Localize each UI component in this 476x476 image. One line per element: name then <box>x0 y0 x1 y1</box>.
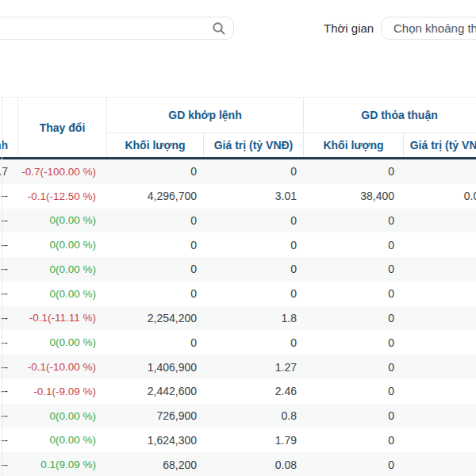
cell-putthrough-value: 0 <box>403 385 476 397</box>
table-row[interactable]: 0.7 -0.7(-100.00 %) 0 0 0 0 <box>0 159 476 184</box>
cell-matched-volume: 2,254,200 <box>106 312 203 324</box>
cell-putthrough-value: 0 <box>403 239 476 251</box>
cell-matched-value: 0.8 <box>203 409 303 422</box>
cell-putthrough-value: 0 <box>403 336 476 349</box>
table-row[interactable]: -- -0.1(-12.50 %) 4,296,700 3.01 38,400 … <box>0 184 476 209</box>
table-row[interactable]: -- -0.1(-9.09 %) 2,442,600 2.46 0 0 <box>0 379 476 404</box>
cell-matched-price: 0.7 <box>0 165 17 178</box>
cell-matched-volume: 2,442,600 <box>106 385 203 397</box>
cell-putthrough-value: 0 <box>403 312 476 324</box>
cell-putthrough-volume: 0 <box>303 214 403 227</box>
cell-change: -0.1(-12.50 %) <box>17 190 106 202</box>
cell-matched-volume: 0 <box>106 336 203 349</box>
time-filter-label: Thời gian <box>324 21 374 35</box>
search-box[interactable] <box>0 17 234 40</box>
header-putthrough-value[interactable]: Giá trị (tỷ VNĐ) <box>403 133 476 157</box>
cell-matched-value: 3.01 <box>203 190 303 202</box>
table-row[interactable]: -- 0(0.00 %) 726,900 0.8 0 0 <box>0 404 476 428</box>
cell-matched-price: -- <box>0 263 17 275</box>
cell-matched-price: -- <box>0 214 17 227</box>
cell-matched-volume: 68,200 <box>106 459 203 471</box>
cell-change: 0(0.00 %) <box>17 336 106 348</box>
cell-matched-value: 0 <box>203 336 303 349</box>
header-putthrough-volume[interactable]: Khối lượng <box>303 133 403 157</box>
cell-putthrough-value: 0 <box>403 459 476 471</box>
cell-matched-price: -- <box>0 190 17 202</box>
table-row[interactable]: -- 0(0.00 %) 0 0 0 0 <box>0 257 476 282</box>
stock-statistics-page: Thời gian Giá khớp lệnh Thay đổi GD khớp… <box>0 0 476 476</box>
cell-matched-value: 1.79 <box>203 434 303 447</box>
cell-putthrough-value: 0 <box>403 409 476 422</box>
cell-matched-price: -- <box>0 434 17 447</box>
table-row[interactable]: -- -0.1(-10.00 %) 1,406,900 1.27 0 0 <box>0 355 476 379</box>
cell-matched-price: -- <box>0 287 17 300</box>
cell-matched-value: 0 <box>203 263 303 275</box>
cell-matched-value: 0 <box>203 239 303 251</box>
cell-putthrough-volume: 0 <box>303 361 403 374</box>
cell-putthrough-value: 0.03 <box>403 190 476 202</box>
cell-change: 0.1(9.09 %) <box>17 459 106 470</box>
cell-putthrough-value: 0 <box>403 287 476 300</box>
cell-putthrough-volume: 0 <box>303 336 403 349</box>
cell-putthrough-value: 0 <box>403 214 476 227</box>
cell-change: 0(0.00 %) <box>17 214 106 226</box>
cell-change: -0.1(-11.11 %) <box>17 312 106 324</box>
header-matched-value[interactable]: Giá trị (tỷ VNĐ) <box>203 133 303 157</box>
cell-matched-price: -- <box>0 385 17 397</box>
search-input[interactable] <box>0 22 205 35</box>
cell-change: 0(0.00 %) <box>17 263 106 275</box>
cell-matched-price: -- <box>0 336 17 349</box>
header-matched-volume[interactable]: Khối lượng <box>106 133 203 157</box>
cell-matched-price: -- <box>0 239 17 251</box>
cell-matched-volume: 4,296,700 <box>106 190 203 202</box>
table-row[interactable]: -- 0(0.00 %) 0 0 0 0 <box>0 209 476 233</box>
cell-matched-price: -- <box>0 312 17 324</box>
frozen-column-divider <box>2 97 2 476</box>
cell-matched-volume: 0 <box>106 214 203 227</box>
cell-putthrough-value: 0 <box>403 434 476 447</box>
cell-matched-value: 0 <box>203 214 303 227</box>
search-icon[interactable] <box>205 17 233 39</box>
cell-putthrough-volume: 0 <box>303 459 403 471</box>
cell-matched-volume: 726,900 <box>106 409 203 422</box>
stock-table: Giá khớp lệnh Thay đổi GD khớp lệnh GD t… <box>0 97 476 476</box>
cell-change: 0(0.00 %) <box>17 434 106 446</box>
cell-change: 0(0.00 %) <box>17 410 106 422</box>
header-matched-price[interactable]: Giá khớp lệnh <box>0 98 17 157</box>
table-header: Giá khớp lệnh Thay đổi GD khớp lệnh GD t… <box>0 97 476 159</box>
cell-putthrough-value: 0 <box>403 165 476 178</box>
date-range-input[interactable] <box>382 21 476 35</box>
table-row[interactable]: -- 0(0.00 %) 0 0 0 0 <box>0 282 476 306</box>
cell-putthrough-volume: 0 <box>303 239 403 251</box>
cell-putthrough-value: 0 <box>403 361 476 374</box>
cell-putthrough-volume: 0 <box>303 434 403 447</box>
cell-putthrough-volume: 38,400 <box>303 190 403 202</box>
cell-matched-volume: 1,406,900 <box>106 361 203 374</box>
cell-matched-price: -- <box>0 409 17 422</box>
cell-matched-price: -- <box>0 361 17 374</box>
date-range-picker[interactable] <box>381 17 476 40</box>
table-row[interactable]: -- 0(0.00 %) 0 0 0 0 <box>0 330 476 355</box>
cell-putthrough-volume: 0 <box>303 263 403 275</box>
cell-putthrough-value: 0 <box>403 263 476 275</box>
cell-matched-value: 1.8 <box>203 312 303 324</box>
table-row[interactable]: -- -0.1(-11.11 %) 2,254,200 1.8 0 0 <box>0 306 476 331</box>
cell-putthrough-volume: 0 <box>303 409 403 422</box>
cell-change: -0.7(-100.00 %) <box>17 166 106 178</box>
table-row[interactable]: -- 0.1(9.09 %) 68,200 0.08 0 0 <box>0 452 476 476</box>
table-row[interactable]: -- 0(0.00 %) 0 0 0 0 <box>0 232 476 257</box>
header-group-put-through: GD thỏa thuận <box>303 98 476 133</box>
cell-putthrough-volume: 0 <box>303 287 403 300</box>
cell-matched-price: -- <box>0 459 17 471</box>
header-change[interactable]: Thay đổi <box>17 98 106 157</box>
cell-putthrough-volume: 0 <box>303 165 403 178</box>
cell-putthrough-volume: 0 <box>303 385 403 397</box>
cell-matched-value: 0.08 <box>203 459 303 471</box>
cell-change: 0(0.00 %) <box>17 239 106 251</box>
table-row[interactable]: -- 0(0.00 %) 1,624,300 1.79 0 0 <box>0 428 476 452</box>
cell-matched-volume: 0 <box>106 287 203 300</box>
cell-matched-volume: 1,624,300 <box>106 434 203 447</box>
table-body: 0.7 -0.7(-100.00 %) 0 0 0 0 -- -0.1(-12.… <box>0 159 476 476</box>
cell-matched-value: 0 <box>203 165 303 178</box>
cell-matched-value: 0 <box>203 287 303 300</box>
